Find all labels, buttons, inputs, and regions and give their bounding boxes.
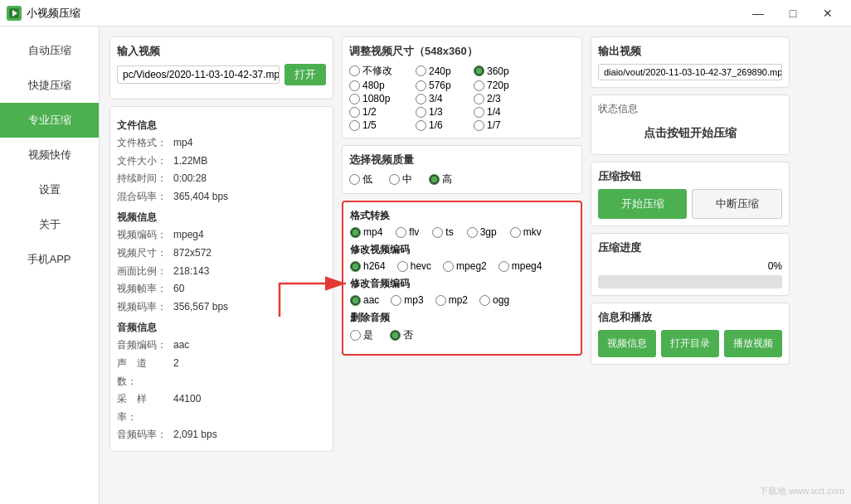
input-path[interactable]: pc/Videos/2020-11-03-10-42-37.mp4 (117, 65, 280, 84)
stop-compress-button[interactable]: 中断压缩 (692, 189, 782, 219)
size-option-720p[interactable]: 720p (474, 80, 532, 91)
left-column: 输入视频 pc/Videos/2020-11-03-10-42-37.mp4 打… (109, 36, 333, 452)
size-option-1-7[interactable]: 1/7 (474, 119, 532, 131)
delete-audio-yes[interactable]: 是 (350, 328, 373, 342)
maximize-button[interactable]: □ (776, 0, 810, 27)
sidebar: 自动压缩 快捷压缩 专业压缩 视频快传 设置 关于 手机APP (0, 27, 100, 504)
main-content: 输入视频 pc/Videos/2020-11-03-10-42-37.mp4 打… (100, 27, 851, 504)
size-option-240p[interactable]: 240p (416, 64, 474, 78)
sidebar-item-about[interactable]: 关于 (0, 207, 99, 242)
start-compress-button[interactable]: 开始压缩 (598, 189, 687, 219)
vcodec-hevc[interactable]: hevc (397, 260, 431, 272)
compress-buttons: 开始压缩 中断压缩 (598, 189, 782, 219)
format-convert-section: 格式转换 mp4 flv ts (350, 209, 574, 238)
acodec-aac[interactable]: aac (350, 294, 379, 306)
sidebar-item-quick-compress[interactable]: 快捷压缩 (0, 68, 99, 103)
acodec-mp3[interactable]: mp3 (391, 294, 423, 306)
progress-percent: 0% (768, 260, 782, 272)
quality-mid[interactable]: 中 (389, 172, 412, 187)
video-size-title: 调整视频尺寸（548x360） (349, 44, 575, 59)
delete-audio-section: 删除音频 是 否 (350, 311, 574, 342)
status-title: 状态信息 (598, 102, 782, 116)
sidebar-item-settings[interactable]: 设置 (0, 172, 99, 207)
video-size-panel: 调整视频尺寸（548x360） 不修改 240p 360p 480p (342, 36, 582, 138)
file-size-row: 文件大小： 1.22MB (117, 153, 326, 171)
window-controls: — □ ✕ (742, 0, 844, 27)
info-buttons-section: 信息和播放 视频信息 打开目录 播放视频 (591, 303, 790, 365)
size-option-1-2[interactable]: 1/2 (349, 106, 416, 118)
input-video-title: 输入视频 (117, 44, 326, 59)
output-panel: 输出视频 diaio/vout/2020-11-03-10-42-37_2698… (591, 36, 790, 452)
size-option-1-6[interactable]: 1/6 (416, 119, 474, 131)
open-dir-button[interactable]: 打开目录 (661, 330, 719, 357)
format-flv[interactable]: flv (396, 226, 419, 238)
vcodec-h264[interactable]: h264 (350, 260, 386, 272)
progress-percent-row: 0% (598, 260, 782, 272)
app-icon (7, 6, 22, 21)
size-option-3-4[interactable]: 3/4 (416, 93, 474, 104)
file-bitrate-row: 混合码率： 365,404 bps (117, 188, 326, 206)
audio-samplerate-row: 采 样 率： 44100 (117, 390, 326, 426)
output-path[interactable]: diaio/vout/2020-11-03-10-42-37_269890.mp… (598, 64, 782, 80)
size-option-1-3[interactable]: 1/3 (416, 106, 474, 118)
format-3gp[interactable]: 3gp (467, 226, 497, 238)
video-ratio-row: 画面比例： 218:143 (117, 263, 326, 281)
size-option-1-5[interactable]: 1/5 (349, 119, 416, 131)
video-bitrate-row: 视频码率： 356,567 bps (117, 298, 326, 317)
size-option-nochange[interactable]: 不修改 (349, 64, 416, 78)
format-convert-title: 格式转换 (350, 209, 574, 223)
file-duration-row: 持续时间： 0:00:28 (117, 170, 326, 188)
sidebar-item-auto-compress[interactable]: 自动压缩 (0, 33, 99, 68)
format-mp4[interactable]: mp4 (350, 226, 382, 238)
audio-info-title: 音频信息 (117, 321, 326, 335)
file-format-row: 文件格式： mp4 (117, 134, 326, 153)
middle-panel: 调整视频尺寸（548x360） 不修改 240p 360p 480p (342, 36, 582, 452)
main-layout: 自动压缩 快捷压缩 专业压缩 视频快传 设置 关于 手机APP 输入视频 (0, 27, 851, 504)
info-buttons-title: 信息和播放 (598, 310, 782, 325)
size-option-576p[interactable]: 576p (416, 80, 474, 91)
output-video-title: 输出视频 (598, 44, 782, 59)
video-size-row: 视频尺寸： 872x572 (117, 245, 326, 263)
output-video-panel: 输出视频 diaio/vout/2020-11-03-10-42-37_2698… (591, 36, 790, 88)
watermark: 下载地 www.ixzt.com (759, 485, 844, 497)
size-option-480p[interactable]: 480p (349, 80, 416, 91)
sidebar-item-fast-transfer[interactable]: 视频快传 (0, 138, 99, 172)
audio-codec-row: 音频编码： aac (117, 337, 326, 355)
size-option-1-4[interactable]: 1/4 (474, 106, 532, 118)
minimize-button[interactable]: — (742, 0, 775, 27)
size-option-1080p[interactable]: 1080p (349, 93, 416, 104)
video-info-title: 视频信息 (117, 211, 326, 225)
play-video-button[interactable]: 播放视频 (724, 330, 782, 357)
audio-channels-row: 声 道 数： 2 (117, 355, 326, 390)
audio-codec-section: 修改音频编码 aac mp3 mp2 (350, 277, 574, 306)
video-fps-row: 视频帧率： 60 (117, 280, 326, 298)
open-button[interactable]: 打开 (284, 64, 326, 85)
compress-buttons-section: 压缩按钮 开始压缩 中断压缩 (591, 162, 790, 226)
sidebar-item-pro-compress[interactable]: 专业压缩 (0, 103, 99, 138)
acodec-mp2[interactable]: mp2 (435, 294, 468, 306)
status-text: 点击按钮开始压缩 (598, 119, 782, 148)
size-option-2-3[interactable]: 2/3 (474, 93, 532, 104)
input-video-panel: 输入视频 pc/Videos/2020-11-03-10-42-37.mp4 打… (109, 36, 333, 99)
format-mkv[interactable]: mkv (510, 226, 542, 238)
top-row: 输入视频 pc/Videos/2020-11-03-10-42-37.mp4 打… (109, 36, 841, 452)
vcodec-mpeg4[interactable]: mpeg4 (498, 260, 542, 272)
format-ts[interactable]: ts (432, 226, 453, 238)
audio-bitrate-row: 音频码率： 2,091 bps (117, 426, 326, 444)
delete-audio-title: 删除音频 (350, 311, 574, 325)
vcodec-mpeg2[interactable]: mpeg2 (443, 260, 487, 272)
video-info-button[interactable]: 视频信息 (598, 330, 656, 357)
video-codec-section-title: 修改视频编码 (350, 243, 574, 257)
input-row: pc/Videos/2020-11-03-10-42-37.mp4 打开 (117, 64, 326, 85)
format-panel: 格式转换 mp4 flv ts (342, 201, 582, 356)
sidebar-item-mobile-app[interactable]: 手机APP (0, 242, 99, 277)
quality-low[interactable]: 低 (349, 172, 372, 187)
quality-high[interactable]: 高 (429, 172, 452, 187)
file-info-title: 文件信息 (117, 119, 326, 133)
info-buttons: 视频信息 打开目录 播放视频 (598, 330, 782, 357)
close-button[interactable]: ✕ (811, 0, 844, 27)
acodec-ogg[interactable]: ogg (479, 294, 509, 306)
delete-audio-no[interactable]: 否 (390, 328, 413, 342)
title-bar: 小视频压缩 — □ ✕ (0, 0, 851, 27)
size-option-360p[interactable]: 360p (474, 64, 532, 78)
